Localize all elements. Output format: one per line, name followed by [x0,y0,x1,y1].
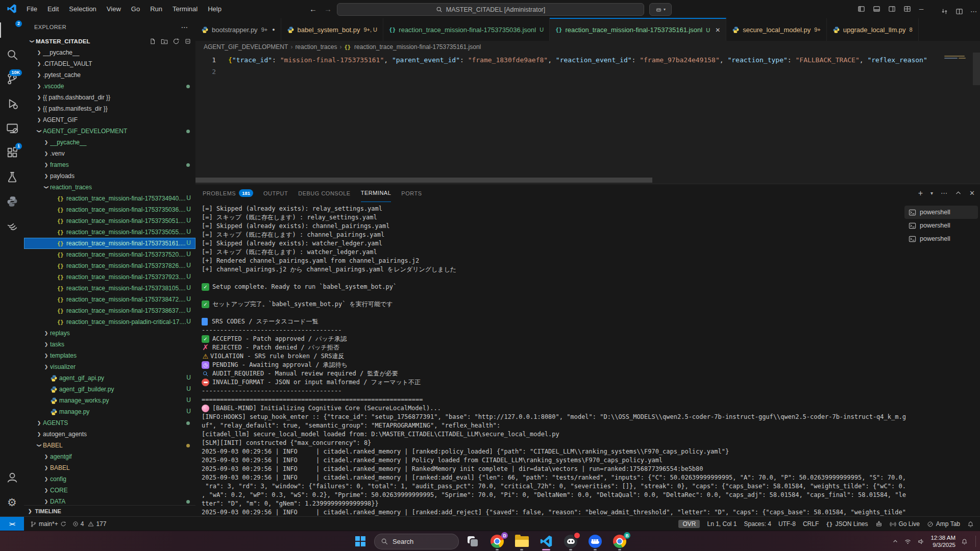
notifications[interactable] [967,521,974,528]
collapse-folders-icon[interactable] [184,38,191,45]
taskbar-search[interactable]: Search [374,534,459,549]
tree-item[interactable]: {}reaction_trace_mission-final-175373516… [24,238,195,249]
notification-bell-icon[interactable] [961,538,968,545]
task-view-button[interactable] [462,531,483,551]
tree-item[interactable]: {}reaction_trace_mission-final-175373810… [24,283,195,294]
file-explorer[interactable] [511,531,532,551]
tree-item[interactable]: {}reaction_trace_mission-final-175373792… [24,271,195,283]
indentation[interactable]: Spaces: 4 [744,520,771,528]
new-file-icon[interactable] [149,38,156,45]
breadcrumb-item[interactable]: AGENT_GIF_DEVELOPMENT [204,43,288,51]
copilot[interactable] [875,520,883,528]
tree-item[interactable]: ❯CORE [24,485,195,496]
editor-tab[interactable]: babel_system_bot.py9+, U [281,18,383,41]
tree-item[interactable]: ❯replays [24,328,195,339]
toggle-secondary-sidebar-icon[interactable] [888,5,896,13]
cursor-position[interactable]: Ln 1, Col 1 [707,520,737,528]
maximize-panel-icon[interactable] [955,190,962,196]
tree-item[interactable]: {}reaction_trace_mission-paladin-critica… [24,316,195,328]
tree-item[interactable]: {}reaction_trace_mission-final-175373505… [24,227,195,238]
activitybar-account[interactable] [0,465,24,490]
tree-item[interactable]: agent_gif_api.pyU [24,372,195,384]
split-editor-icon[interactable] [955,8,963,15]
editor-tab[interactable]: secure_local_model.py9+ [726,18,827,41]
panel-more-actions-icon[interactable]: ⋯ [941,189,947,197]
wifi-icon[interactable] [904,538,912,545]
activitybar-settings[interactable]: ⚙ [0,490,24,514]
new-terminal-icon[interactable]: + [918,189,923,198]
activitybar-stream[interactable] [0,214,24,238]
toggle-sidebar-icon[interactable] [857,5,865,13]
tree-item[interactable]: {}reaction_trace_mission-final-175373505… [24,215,195,227]
editor-tab[interactable]: {}reaction_trace_mission-final-175373503… [383,18,550,41]
tree-item[interactable]: ❯.venv [24,148,195,159]
minimap[interactable] [943,53,973,184]
breadcrumb-item[interactable]: reaction_trace_mission-final-1753735161.… [354,43,481,51]
tree-item[interactable]: ❯visualizer [24,361,195,372]
start-button[interactable] [350,531,371,551]
problems-status[interactable]: 4 177 [72,520,107,528]
editor-horizontal-scrollbar[interactable] [195,178,652,183]
discord[interactable] [560,531,581,551]
tree-item[interactable]: ❯BABEL [24,462,195,473]
close-panel-icon[interactable]: ✕ [969,189,975,197]
editor-tab[interactable]: upgrade_local_llm.py8 [827,18,919,41]
menu-help[interactable]: Help [203,3,227,15]
tree-item[interactable]: ❯autogen_agents [24,429,195,440]
editor-vertical-scrollbar[interactable] [973,53,980,85]
editor-more-actions-icon[interactable]: ⋯ [970,8,977,15]
tree-item[interactable]: ❯frames [24,159,195,170]
nav-forward-icon[interactable]: → [324,5,332,13]
tree-item[interactable]: ❯.CITADEL_VAULT [24,58,195,69]
panel-tab-debug-console[interactable]: DEBUG CONSOLE [298,184,350,202]
tree-root[interactable]: ❯MASTER_CITADEL [24,36,195,47]
panel-tab-problems[interactable]: PROBLEMS181 [203,184,253,202]
taskbar-clock[interactable]: 12:38 AM 9/3/2025 [930,534,955,548]
tree-item[interactable]: ❯agentgif [24,451,195,462]
toggle-panel-icon[interactable] [873,5,880,13]
tree-item[interactable]: agent_gif_builder.pyU [24,384,195,395]
terminal-output[interactable]: [=] Skipped (already exists): relay_sett… [202,205,906,517]
menu-go[interactable]: Go [126,3,145,15]
activitybar-run-debug[interactable] [0,91,24,116]
compare-changes-icon[interactable] [941,8,948,15]
tree-item[interactable]: ❯.pytest_cache [24,69,195,81]
tree-item[interactable]: {}reaction_trace_mission-final-175373752… [24,249,195,260]
terminal-instance[interactable]: powershell [904,206,978,219]
git-branch-status[interactable]: main*+ [30,520,66,528]
new-folder-icon[interactable] [161,38,168,45]
show-desktop-button[interactable] [975,536,976,547]
refresh-explorer-icon[interactable] [173,38,180,45]
vscode[interactable] [535,531,557,551]
panel-tab-terminal[interactable]: TERMINAL [361,184,391,202]
tree-item[interactable]: {}reaction_trace_mission-final-175373494… [24,193,195,204]
tree-item[interactable]: ❯BABEL [24,440,195,451]
remote-indicator[interactable]: >< [0,517,24,531]
activitybar-source-control[interactable]: 10K [0,67,24,91]
terminal-profile-dropdown-icon[interactable]: ▾ [930,190,933,196]
tree-item[interactable]: ❯__pycache__ [24,47,195,58]
tree-item[interactable]: {}reaction_trace_mission-final-175373503… [24,204,195,215]
speaker-icon[interactable] [917,538,925,545]
tree-item[interactable]: ❯__pycache__ [24,137,195,148]
activitybar-python[interactable] [0,189,24,214]
tree-item[interactable]: ❯config [24,473,195,485]
editor[interactable]: 12 {"trace_id": "mission-final-175373516… [195,53,980,184]
tree-item[interactable]: manage_works.pyU [24,395,195,406]
tree-item[interactable]: {}reaction_trace_mission-final-175373847… [24,294,195,305]
activitybar-testing[interactable] [0,165,24,189]
tree-item[interactable]: ❯AGENT_GIF_DEVELOPMENT [24,126,195,137]
tree-item[interactable]: {}reaction_trace_mission-final-175373863… [24,305,195,316]
tree-item[interactable]: ❯payloads [24,170,195,182]
tree-item[interactable]: manage.pyU [24,406,195,417]
activitybar-search[interactable] [0,42,24,67]
chrome-profile-d[interactable]: D [486,531,508,551]
menu-selection[interactable]: Selection [64,3,101,15]
copilot-menu-button[interactable]: ▾ [649,3,672,16]
terminal-instance[interactable]: powershell [904,232,978,245]
menu-run[interactable]: Run [145,3,167,15]
hidden-icons-chevron-icon[interactable] [892,538,898,544]
breadcrumb-item[interactable]: reaction_traces [295,43,337,51]
explorer-more-actions-icon[interactable]: ⋯ [181,23,188,31]
docker-desktop[interactable] [584,531,606,551]
